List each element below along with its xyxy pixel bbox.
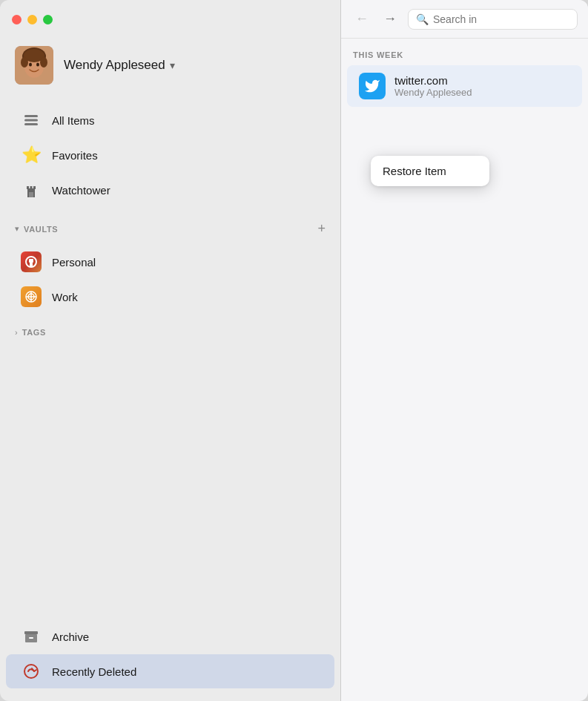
work-vault-label: Work: [52, 291, 78, 303]
svg-point-26: [24, 665, 38, 678]
maximize-button[interactable]: [43, 15, 53, 24]
vaults-add-button[interactable]: +: [317, 221, 326, 237]
vaults-label: VAULTS: [24, 225, 313, 234]
main-nav: All Items ⭐ Favorites Watchtower: [0, 99, 340, 211]
archive-label: Archive: [52, 631, 89, 643]
bottom-section: Archive Recently Deleted: [0, 619, 340, 701]
sidebar: Wendy Appleseed ▾ All Items ⭐ Favorites: [0, 0, 341, 701]
svg-point-4: [36, 63, 39, 67]
svg-rect-14: [33, 186, 36, 189]
svg-point-3: [29, 63, 32, 67]
vaults-header: ▾ VAULTS +: [0, 211, 340, 241]
search-bar[interactable]: 🔍: [408, 9, 578, 30]
personal-vault-icon: [21, 251, 42, 272]
user-name-row[interactable]: Wendy Appleseed ▾: [64, 58, 175, 73]
user-section: Wendy Appleseed ▾: [0, 39, 340, 99]
tags-chevron-icon[interactable]: ›: [15, 328, 18, 337]
svg-rect-9: [24, 119, 38, 122]
minimize-button[interactable]: [27, 15, 37, 24]
sidebar-item-watchtower[interactable]: Watchtower: [6, 173, 334, 207]
watchtower-icon: [21, 180, 42, 200]
list-item[interactable]: twitter.com Wendy Appleseed: [347, 65, 582, 107]
item-details: twitter.com Wendy Appleseed: [394, 74, 570, 98]
forward-button[interactable]: →: [380, 9, 400, 30]
week-label: THIS WEEK: [341, 50, 588, 65]
svg-rect-23: [24, 631, 38, 634]
work-vault-icon: [21, 286, 42, 307]
vaults-nav: Personal Work: [0, 241, 340, 317]
restore-item-button[interactable]: Restore Item: [371, 159, 489, 183]
recently-deleted-label: Recently Deleted: [52, 665, 136, 678]
favorites-label: Favorites: [52, 149, 98, 162]
content-area: THIS WEEK twitter.com Wendy Appleseed: [341, 39, 588, 701]
svg-rect-25: [29, 637, 33, 639]
svg-rect-15: [29, 192, 33, 197]
svg-rect-8: [24, 115, 38, 117]
sidebar-item-recently-deleted[interactable]: Recently Deleted: [6, 654, 334, 688]
svg-rect-10: [24, 123, 38, 125]
svg-rect-18: [30, 263, 33, 266]
back-button[interactable]: ←: [351, 9, 372, 30]
vaults-chevron-icon[interactable]: ▾: [15, 224, 19, 234]
titlebar: [0, 0, 340, 39]
svg-rect-17: [29, 259, 33, 263]
toolbar: ← → 🔍: [341, 0, 588, 39]
all-items-label: All Items: [52, 114, 95, 127]
favorites-icon: ⭐: [21, 145, 42, 165]
all-items-icon: [21, 110, 42, 131]
sidebar-item-all-items[interactable]: All Items: [6, 103, 334, 137]
search-input[interactable]: [433, 13, 569, 25]
svg-rect-13: [30, 186, 33, 189]
main-content: ← → 🔍 THIS WEEK twitter.com Wendy Apples…: [341, 0, 588, 701]
svg-rect-12: [27, 186, 29, 189]
close-button[interactable]: [12, 15, 22, 24]
sidebar-item-personal[interactable]: Personal: [6, 245, 334, 279]
context-menu: Restore Item: [371, 156, 489, 186]
watchtower-label: Watchtower: [52, 184, 110, 197]
twitter-icon: [359, 73, 386, 99]
user-name: Wendy Appleseed: [64, 58, 165, 73]
avatar: [15, 46, 53, 85]
personal-vault-label: Personal: [52, 256, 96, 269]
archive-icon: [21, 626, 42, 647]
item-subtitle: Wendy Appleseed: [394, 87, 570, 98]
tags-header: › TAGS: [0, 317, 340, 341]
recently-deleted-icon: [21, 661, 42, 682]
svg-point-7: [40, 57, 47, 68]
sidebar-item-archive[interactable]: Archive: [6, 619, 334, 654]
item-title: twitter.com: [394, 74, 570, 87]
search-icon: 🔍: [416, 13, 429, 25]
tags-label: TAGS: [22, 328, 326, 337]
traffic-lights: [12, 15, 53, 24]
user-chevron-icon: ▾: [170, 59, 175, 71]
svg-point-6: [21, 57, 28, 68]
sidebar-item-favorites[interactable]: ⭐ Favorites: [6, 138, 334, 172]
sidebar-item-work[interactable]: Work: [6, 280, 334, 314]
